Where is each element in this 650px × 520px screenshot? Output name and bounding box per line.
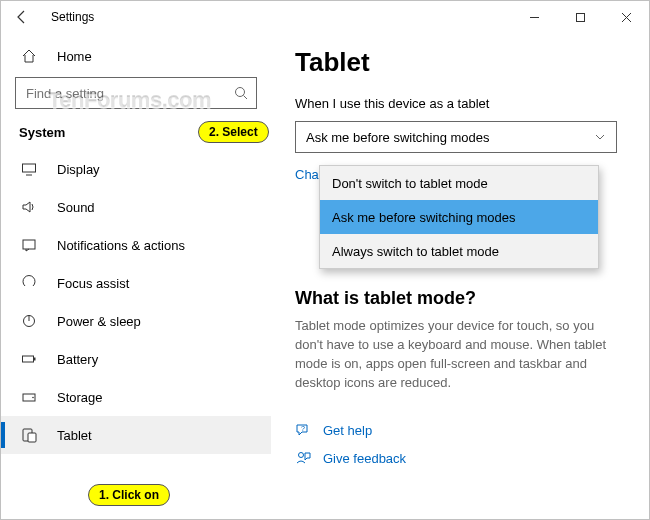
battery-icon <box>19 351 39 367</box>
svg-point-2 <box>236 88 245 97</box>
dropdown-option-dont-switch[interactable]: Don't switch to tablet mode <box>320 166 598 200</box>
svg-rect-9 <box>23 356 34 362</box>
close-button[interactable] <box>603 1 649 33</box>
sidebar-item-label: Home <box>57 49 92 64</box>
sidebar-item-label: Power & sleep <box>57 314 141 329</box>
svg-text:?: ? <box>301 425 305 432</box>
sidebar: Home System Display <box>1 33 271 519</box>
help-icon: ? <box>295 422 311 438</box>
sidebar-item-label: Tablet <box>57 428 92 443</box>
search-input[interactable] <box>24 85 234 102</box>
get-help-link[interactable]: ? Get help <box>295 422 627 438</box>
give-feedback-link[interactable]: Give feedback <box>295 450 627 466</box>
sidebar-item-label: Storage <box>57 390 103 405</box>
sidebar-item-label: Sound <box>57 200 95 215</box>
titlebar: Settings <box>1 1 649 33</box>
display-icon <box>19 161 39 177</box>
search-box[interactable] <box>15 77 257 109</box>
window-controls <box>511 1 649 33</box>
dropdown-option-always-switch[interactable]: Always switch to tablet mode <box>320 234 598 268</box>
settings-window: Settings Home <box>0 0 650 520</box>
svg-rect-14 <box>28 433 36 442</box>
select-value: Ask me before switching modes <box>306 130 490 145</box>
svg-point-16 <box>299 453 304 458</box>
chevron-down-icon <box>594 131 606 143</box>
power-icon <box>19 313 39 329</box>
tablet-icon <box>19 427 39 443</box>
sidebar-item-label: Display <box>57 162 100 177</box>
sidebar-item-label: Battery <box>57 352 98 367</box>
feedback-icon <box>295 450 311 466</box>
sidebar-item-battery[interactable]: Battery <box>1 340 271 378</box>
get-help-label: Get help <box>323 423 372 438</box>
sidebar-item-label: Notifications & actions <box>57 238 185 253</box>
sidebar-item-storage[interactable]: Storage <box>1 378 271 416</box>
sidebar-item-focus-assist[interactable]: Focus assist <box>1 264 271 302</box>
what-is-tablet-mode-title: What is tablet mode? <box>295 288 627 309</box>
annotation-callout-2: 2. Select <box>198 121 269 143</box>
sidebar-home[interactable]: Home <box>1 37 271 75</box>
home-icon <box>19 48 39 64</box>
give-feedback-label: Give feedback <box>323 451 406 466</box>
notifications-icon <box>19 237 39 253</box>
window-title: Settings <box>51 10 94 24</box>
storage-icon <box>19 389 39 405</box>
search-icon <box>234 86 248 100</box>
tablet-mode-select[interactable]: Ask me before switching modes <box>295 121 617 153</box>
svg-rect-6 <box>23 240 35 249</box>
svg-line-3 <box>244 96 248 100</box>
content-area: Tablet When I use this device as a table… <box>271 33 649 519</box>
dropdown-option-ask-me[interactable]: Ask me before switching modes <box>320 200 598 234</box>
sidebar-item-tablet[interactable]: Tablet <box>1 416 271 454</box>
sidebar-item-power-sleep[interactable]: Power & sleep <box>1 302 271 340</box>
tablet-mode-description: Tablet mode optimizes your device for to… <box>295 317 615 392</box>
svg-point-12 <box>32 397 34 399</box>
sound-icon <box>19 199 39 215</box>
minimize-button[interactable] <box>511 1 557 33</box>
annotation-callout-1: 1. Click on <box>88 484 170 506</box>
sidebar-item-notifications[interactable]: Notifications & actions <box>1 226 271 264</box>
back-button[interactable] <box>7 1 37 33</box>
svg-rect-1 <box>576 13 584 21</box>
page-title: Tablet <box>295 47 627 78</box>
maximize-button[interactable] <box>557 1 603 33</box>
svg-rect-10 <box>34 358 36 361</box>
sidebar-item-label: Focus assist <box>57 276 129 291</box>
sidebar-item-sound[interactable]: Sound <box>1 188 271 226</box>
when-use-label: When I use this device as a tablet <box>295 96 627 111</box>
focus-assist-icon <box>19 275 39 291</box>
tablet-mode-dropdown: Don't switch to tablet mode Ask me befor… <box>319 165 599 269</box>
sidebar-item-display[interactable]: Display <box>1 150 271 188</box>
svg-rect-4 <box>23 164 36 172</box>
